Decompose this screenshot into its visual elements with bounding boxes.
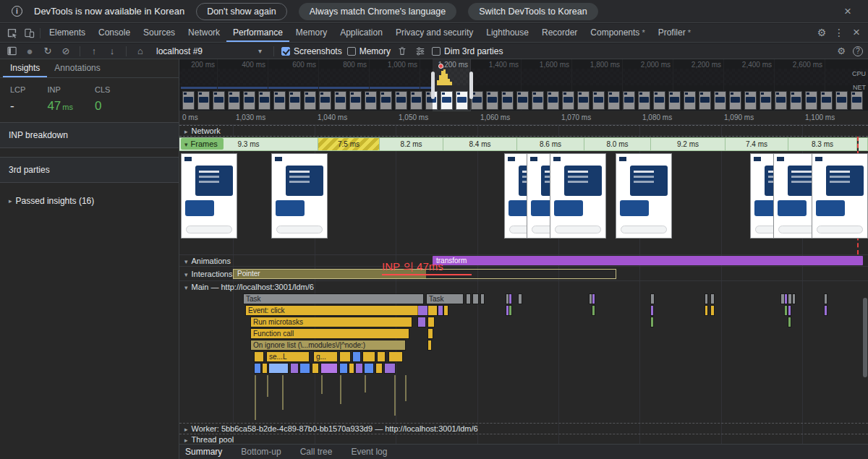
flame-bar-g[interactable]: g... bbox=[314, 352, 337, 361]
flame-bar[interactable] bbox=[418, 317, 425, 327]
passed-insights-row[interactable]: ▸ Passed insights (16) bbox=[0, 192, 179, 210]
flame-bar[interactable] bbox=[340, 352, 350, 361]
frame-duration-cell[interactable]: 9.2 ms bbox=[651, 137, 726, 151]
device-toolbar-icon[interactable] bbox=[20, 24, 38, 41]
flame-bar[interactable] bbox=[711, 294, 714, 304]
flame-bar[interactable] bbox=[651, 306, 653, 315]
animations-track-label[interactable]: Animations bbox=[192, 257, 231, 265]
flame-bar[interactable] bbox=[428, 306, 437, 315]
tab-memory[interactable]: Memory bbox=[289, 24, 333, 42]
flame-bar[interactable] bbox=[825, 306, 827, 315]
flame-bar[interactable] bbox=[788, 294, 791, 304]
flame-bar[interactable] bbox=[788, 306, 791, 315]
tab-components[interactable]: Components* bbox=[584, 24, 651, 42]
flame-bar[interactable] bbox=[590, 294, 592, 304]
flame-bar[interactable] bbox=[263, 364, 267, 373]
network-track[interactable]: ▸Network bbox=[179, 125, 868, 137]
record-and-reload-button[interactable]: ↻ bbox=[41, 44, 54, 59]
save-profile-button[interactable]: ↓ bbox=[106, 44, 119, 59]
notification-button-switch-devtools-to-korean[interactable]: Switch DevTools to Korean bbox=[468, 3, 597, 20]
flame-bar[interactable] bbox=[385, 364, 395, 373]
flame-bar[interactable] bbox=[509, 306, 511, 315]
notification-button-always-match-chrome-s-language[interactable]: Always match Chrome's language bbox=[299, 3, 457, 20]
selection-handle-right[interactable] bbox=[469, 72, 473, 99]
throttling-sliders-icon[interactable] bbox=[414, 46, 427, 56]
flame-bar[interactable] bbox=[785, 306, 787, 315]
flame-bar[interactable] bbox=[349, 364, 354, 373]
flame-bar[interactable] bbox=[467, 294, 470, 304]
flame-bar[interactable] bbox=[428, 329, 433, 338]
tab-sources[interactable]: Sources bbox=[137, 24, 182, 42]
third-parties-row[interactable]: 3rd parties bbox=[0, 157, 179, 183]
tab-application[interactable]: Application bbox=[333, 24, 389, 42]
tab-lighthouse[interactable]: Lighthouse bbox=[480, 24, 535, 42]
flame-bar[interactable] bbox=[506, 306, 509, 315]
flame-bar[interactable] bbox=[438, 306, 443, 315]
notification-close-icon[interactable]: × bbox=[839, 3, 856, 20]
record-button[interactable]: ● bbox=[23, 44, 36, 59]
selection-handle-left[interactable] bbox=[431, 72, 435, 99]
flame-bar[interactable] bbox=[788, 317, 791, 327]
tab-elements[interactable]: Elements bbox=[43, 24, 92, 42]
flame-bar[interactable] bbox=[473, 294, 478, 304]
garbage-collect-icon[interactable] bbox=[396, 46, 409, 56]
tab-event-log[interactable]: Event log bbox=[351, 447, 387, 457]
flame-bar[interactable] bbox=[389, 352, 402, 361]
tab-profiler[interactable]: Profiler* bbox=[652, 24, 697, 42]
history-dropdown[interactable]: localhost #9 ▾ bbox=[152, 46, 266, 57]
flame-bar-task[interactable]: Task bbox=[244, 294, 423, 304]
flame-bar[interactable] bbox=[365, 364, 373, 373]
screenshot-thumbnail[interactable] bbox=[550, 153, 606, 239]
thread-pool-track[interactable]: ▸Thread pool bbox=[179, 434, 868, 444]
filmstrip-thumbnail[interactable] bbox=[441, 91, 453, 110]
flame-bar[interactable] bbox=[363, 352, 375, 361]
frame-duration-cell[interactable]: 8.2 ms bbox=[380, 137, 443, 151]
more-options-icon[interactable]: ⋮ bbox=[830, 24, 848, 41]
flame-bar[interactable] bbox=[506, 294, 509, 304]
live-metrics-button[interactable]: ⌂ bbox=[134, 44, 147, 59]
animation-transform-bar[interactable]: transform bbox=[433, 256, 863, 265]
flame-bar[interactable] bbox=[705, 294, 707, 304]
frame-duration-cell[interactable]: 8.4 ms bbox=[443, 137, 517, 151]
inspect-icon[interactable] bbox=[3, 24, 20, 41]
frame-duration-cell[interactable]: 8.3 ms bbox=[788, 137, 857, 151]
flame-bar[interactable] bbox=[269, 364, 288, 373]
flame-bar-on-ignore-list-modules-node[interactable]: On ignore list (\...modules\/|^node:) bbox=[251, 340, 405, 350]
capture-settings-gear-icon[interactable]: ⚙ bbox=[835, 44, 848, 59]
flame-bar-se-l[interactable]: se...L bbox=[267, 352, 309, 361]
frame-duration-cell[interactable]: 7.4 ms bbox=[726, 137, 788, 151]
close-devtools-icon[interactable]: × bbox=[848, 24, 865, 41]
flame-bar[interactable] bbox=[353, 352, 360, 361]
filmstrip-thumbnail[interactable] bbox=[456, 91, 468, 110]
flame-bar[interactable] bbox=[378, 352, 385, 361]
flame-bar[interactable] bbox=[785, 294, 787, 304]
frames-track-chip[interactable]: ▾Frames bbox=[181, 138, 224, 150]
flame-bar[interactable] bbox=[428, 340, 431, 350]
worker-track[interactable]: ▸Worker: 5bb6ca58-b2de-4c89-87b0-bb1570a… bbox=[179, 423, 868, 434]
flame-bar[interactable] bbox=[781, 294, 784, 304]
flame-bar[interactable] bbox=[825, 294, 827, 304]
inp-breakdown-row[interactable]: INP breakdown bbox=[0, 122, 179, 148]
notification-button-don-t-show-again[interactable]: Don't show again bbox=[196, 3, 287, 20]
flame-bar[interactable] bbox=[592, 294, 595, 304]
frame-duration-cell[interactable] bbox=[859, 137, 868, 151]
metric-inp[interactable]: INP 47ms bbox=[47, 85, 73, 113]
tab-privacy-and-security[interactable]: Privacy and security bbox=[389, 24, 480, 42]
flame-bar-event-click[interactable]: Event: click bbox=[246, 306, 418, 315]
flame-bar[interactable] bbox=[312, 364, 318, 373]
tab-summary[interactable]: Summary bbox=[185, 447, 222, 457]
tab-bottom-up[interactable]: Bottom-up bbox=[241, 447, 281, 457]
flame-bar[interactable] bbox=[592, 306, 595, 315]
load-profile-button[interactable]: ↑ bbox=[88, 44, 101, 59]
dim-3rd-parties-checkbox[interactable]: Dim 3rd parties bbox=[432, 46, 503, 56]
flame-bar[interactable] bbox=[793, 294, 795, 304]
flame-bar[interactable] bbox=[300, 364, 310, 373]
frame-duration-cell[interactable]: 7.5 ms bbox=[318, 137, 380, 151]
flame-bar[interactable] bbox=[418, 306, 427, 315]
flame-bar[interactable] bbox=[321, 364, 337, 373]
flame-bar-function-call[interactable]: Function call bbox=[251, 329, 409, 338]
metric-cls[interactable]: CLS 0 bbox=[95, 85, 110, 113]
flame-bar[interactable] bbox=[481, 294, 484, 304]
flame-bar[interactable] bbox=[255, 352, 263, 361]
screenshot-thumbnail[interactable] bbox=[812, 153, 868, 239]
